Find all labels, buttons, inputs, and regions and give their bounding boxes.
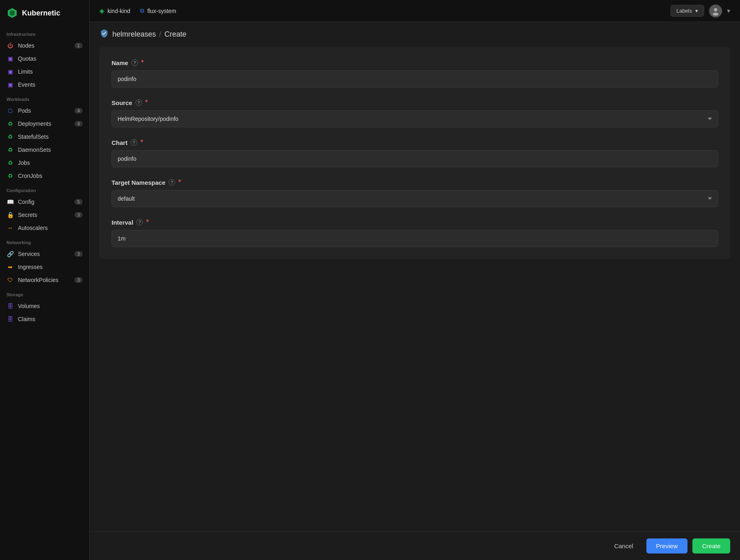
daemonsets-icon: ♻: [7, 146, 14, 153]
ingresses-icon: ➡: [7, 263, 14, 271]
interval-field: Interval ? *: [112, 219, 718, 247]
source-label: Source ? *: [112, 99, 718, 106]
sidebar-label-daemonsets: DaemonSets: [18, 147, 51, 153]
sidebar-item-nodes[interactable]: ⏻ Nodes 1: [0, 39, 89, 52]
statefulsets-icon: ♻: [7, 133, 14, 140]
sidebar-label-networkpolicies: NetworkPolicies: [18, 277, 59, 283]
sidebar-item-networkpolicies[interactable]: 🛡 NetworkPolicies 3: [0, 273, 89, 287]
cronjobs-icon: ♻: [7, 172, 14, 179]
sidebar-item-volumes[interactable]: 🗄 Volumes: [0, 300, 89, 313]
deployments-badge: 4: [74, 121, 83, 127]
source-help-icon[interactable]: ?: [136, 99, 142, 106]
source-select[interactable]: HelmRepository/podinfo: [112, 110, 718, 127]
sidebar-item-jobs[interactable]: ♻ Jobs: [0, 156, 89, 169]
svg-point-2: [714, 8, 717, 11]
sidebar-item-daemonsets[interactable]: ♻ DaemonSets: [0, 143, 89, 156]
limits-icon: ▣: [7, 68, 14, 75]
form-actions: Cancel Preview Create: [90, 532, 740, 560]
sidebar-label-cronjobs: CronJobs: [18, 173, 42, 179]
sidebar-item-secrets[interactable]: 🔒 Secrets 3: [0, 208, 89, 221]
create-button[interactable]: Create: [692, 538, 730, 553]
breadcrumb-resource: helmreleases: [112, 30, 156, 39]
avatar-icon: [711, 7, 720, 15]
name-help-icon[interactable]: ?: [131, 59, 138, 66]
quota-icon: ▣: [7, 55, 14, 62]
target-namespace-select[interactable]: default: [112, 190, 718, 207]
sidebar-item-config[interactable]: 📖 Config 5: [0, 195, 89, 208]
interval-input[interactable]: [112, 230, 718, 247]
sidebar-item-events[interactable]: ▣ Events: [0, 78, 89, 91]
target-namespace-field: Target Namespace ? * default: [112, 179, 718, 207]
claims-icon: 🗄: [7, 315, 14, 323]
pods-badge: 4: [74, 108, 83, 114]
section-infrastructure: Infrastructure: [0, 26, 89, 39]
chart-required: *: [140, 139, 143, 146]
sidebar-item-ingresses[interactable]: ➡ Ingresses: [0, 260, 89, 273]
section-networking: Networking: [0, 234, 89, 247]
chart-label: Chart ? *: [112, 139, 718, 146]
user-avatar[interactable]: [709, 4, 722, 18]
networkpolicies-badge: 3: [74, 277, 83, 283]
sidebar-label-volumes: Volumes: [18, 303, 40, 309]
namespace-icon: ⧉: [140, 7, 144, 14]
logo-icon: [7, 7, 18, 19]
breadcrumb-separator: /: [159, 30, 161, 39]
cancel-button[interactable]: Cancel: [606, 538, 641, 553]
sidebar-label-deployments: Deployments: [18, 120, 51, 127]
svg-point-3: [713, 13, 718, 15]
config-badge: 5: [74, 199, 83, 205]
topbar: ◈ kind-kind ⧉ flux-system Labels ▾ ▾: [90, 0, 740, 22]
sidebar-item-autoscalers[interactable]: ↔ Autoscalers: [0, 221, 89, 234]
chevron-down-icon: ▾: [695, 8, 698, 14]
power-icon: ⏻: [7, 42, 14, 49]
cluster-icon: ◈: [99, 7, 104, 15]
interval-label: Interval ? *: [112, 219, 718, 226]
cluster-selector[interactable]: ◈ kind-kind: [99, 7, 130, 15]
sidebar-label-claims: Claims: [18, 316, 35, 322]
namespace-selector[interactable]: ⧉ flux-system: [140, 7, 176, 14]
cluster-name: kind-kind: [107, 8, 130, 14]
interval-help-icon[interactable]: ?: [136, 219, 143, 225]
sidebar-item-quotas[interactable]: ▣ Quotas: [0, 52, 89, 65]
topbar-left: ◈ kind-kind ⧉ flux-system: [99, 7, 176, 15]
autoscalers-icon: ↔: [7, 224, 14, 232]
chart-field: Chart ? *: [112, 139, 718, 167]
sidebar-item-pods[interactable]: ⬡ Pods 4: [0, 104, 89, 117]
source-field: Source ? * HelmRepository/podinfo: [112, 99, 718, 127]
user-chevron-icon: ▾: [727, 7, 730, 15]
preview-button[interactable]: Preview: [646, 538, 687, 553]
breadcrumb-action: Create: [164, 30, 186, 39]
sidebar-label-quotas: Quotas: [18, 55, 36, 62]
secrets-icon: 🔒: [7, 211, 14, 219]
namespace-help-icon[interactable]: ?: [169, 179, 175, 186]
name-label: Name ? *: [112, 59, 718, 66]
sidebar-label-autoscalers: Autoscalers: [18, 225, 48, 231]
source-required: *: [145, 99, 148, 106]
name-input[interactable]: [112, 70, 718, 88]
labels-dropdown[interactable]: Labels ▾: [670, 5, 704, 17]
volumes-icon: 🗄: [7, 302, 14, 310]
chart-help-icon[interactable]: ?: [131, 139, 137, 146]
chart-input[interactable]: [112, 150, 718, 167]
jobs-icon: ♻: [7, 159, 14, 166]
sidebar-item-limits[interactable]: ▣ Limits: [0, 65, 89, 78]
sidebar-item-statefulsets[interactable]: ♻ StatefulSets: [0, 130, 89, 143]
app-logo: Kubernetic: [0, 0, 89, 26]
main-content: ◈ kind-kind ⧉ flux-system Labels ▾ ▾: [90, 0, 740, 560]
sidebar-label-pods: Pods: [18, 107, 31, 114]
breadcrumb: helmreleases / Create: [90, 22, 740, 47]
name-required: *: [141, 59, 144, 66]
secrets-badge: 3: [74, 212, 83, 218]
app-name: Kubernetic: [22, 9, 60, 18]
sidebar-label-events: Events: [18, 81, 35, 88]
sidebar-label-limits: Limits: [18, 68, 33, 75]
sidebar-label-ingresses: Ingresses: [18, 264, 43, 270]
sidebar-item-cronjobs[interactable]: ♻ CronJobs: [0, 169, 89, 182]
sidebar-item-services[interactable]: 🔗 Services 3: [0, 247, 89, 260]
section-workloads: Workloads: [0, 91, 89, 104]
pods-icon: ⬡: [7, 107, 14, 114]
sidebar-item-deployments[interactable]: ♻ Deployments 4: [0, 117, 89, 130]
sidebar-item-claims[interactable]: 🗄 Claims: [0, 313, 89, 326]
events-icon: ▣: [7, 81, 14, 88]
nodes-badge: 1: [74, 43, 83, 48]
